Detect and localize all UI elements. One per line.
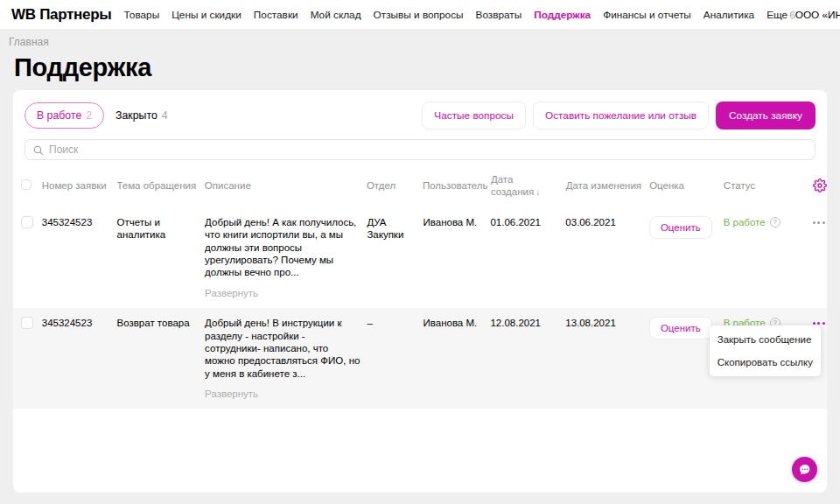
status-text: В работе	[724, 216, 766, 228]
ticket-number: 345324523	[42, 216, 117, 228]
context-menu-copy-link[interactable]: Скопировать ссылку	[710, 351, 821, 374]
nav-item-tovary[interactable]: Товары	[124, 9, 160, 21]
search-icon	[32, 144, 44, 156]
search-box	[24, 139, 816, 160]
top-navbar: WB Партнеры Товары Цены и скидки Поставк…	[0, 0, 840, 29]
header-rating: Оценка	[649, 179, 724, 192]
tab-closed[interactable]: Закрыто 4	[116, 103, 168, 128]
nav-item-postavki[interactable]: Поставки	[254, 9, 298, 21]
tab-in-progress-count: 2	[86, 109, 92, 122]
rate-button[interactable]: Оценить	[649, 317, 712, 340]
nav-item-more[interactable]: Еще6	[766, 9, 795, 21]
rate-button[interactable]: Оценить	[649, 216, 712, 239]
context-menu-close-ticket[interactable]: Закрыть сообщение	[710, 328, 821, 351]
header-created-label: Дата создания	[491, 174, 534, 197]
ticket-description: Добрый день! В инструкции к разделу - на…	[205, 317, 360, 380]
tab-closed-label: Закрыто	[116, 109, 158, 122]
account-name: ООО «ИНТЕРДИЗАЙН»	[795, 9, 840, 21]
nav-item-tseny-i-skidki[interactable]: Цены и скидки	[172, 9, 242, 21]
table-settings-gear-icon[interactable]	[813, 178, 827, 192]
header-status: Статус	[724, 179, 794, 192]
row-checkbox[interactable]	[21, 317, 33, 329]
toolbar-buttons: Частые вопросы Оставить пожелание или от…	[422, 102, 816, 130]
chat-bubble-icon	[798, 463, 812, 477]
row-menu-button[interactable]	[811, 216, 827, 229]
status-help-icon[interactable]: ?	[770, 217, 780, 228]
ticket-created: 12.08.2021	[490, 317, 565, 329]
ticket-department: –	[367, 317, 423, 329]
logo[interactable]: WB Партнеры	[11, 6, 112, 24]
sort-desc-icon: ↓	[536, 187, 540, 197]
ticket-created: 01.06.2021	[490, 216, 565, 228]
expand-link[interactable]: Развернуть	[205, 287, 258, 299]
nav-item-moy-sklad[interactable]: Мой склад	[311, 9, 361, 21]
select-all-checkbox[interactable]	[21, 179, 32, 190]
ticket-number: 345324523	[42, 317, 117, 329]
header-user: Пользователь	[423, 179, 491, 192]
ticket-modified: 13.08.2021	[565, 317, 649, 329]
topbar-right: ООО «ИНТЕРДИЗАЙН» 84 23	[795, 5, 840, 24]
account-switcher[interactable]: ООО «ИНТЕРДИЗАЙН» 84	[795, 9, 840, 21]
toolbar: В работе 2 Закрыто 4 Частые вопросы Оста…	[13, 90, 827, 137]
ticket-user: Иванова М.	[424, 216, 491, 228]
faq-button[interactable]: Частые вопросы	[422, 102, 526, 130]
main-nav: Товары Цены и скидки Поставки Мой склад …	[124, 9, 795, 21]
more-label: Еще	[766, 9, 788, 21]
breadcrumb[interactable]: Главная	[0, 29, 49, 50]
ticket-theme: Отчеты и аналитика	[117, 216, 206, 242]
page-title: Поддержка	[14, 53, 840, 82]
tab-in-progress-label: В работе	[37, 109, 81, 122]
nav-item-vozvraty[interactable]: Возвраты	[476, 9, 522, 21]
nav-item-podderzhka[interactable]: Поддержка	[534, 9, 591, 21]
header-number: Номер заявки	[42, 179, 117, 192]
ticket-description: Добрый день! А как получилось, что книги…	[205, 216, 360, 279]
header-modified: Дата изменения	[566, 179, 650, 192]
ticket-modified: 03.06.2021	[565, 216, 649, 228]
ticket-department: ДУА Закупки	[367, 216, 423, 242]
status-tabs: В работе 2 Закрыто 4	[24, 102, 168, 129]
header-theme: Тема обращения	[116, 179, 204, 192]
tab-closed-count: 4	[162, 109, 168, 122]
ticket-user: Иванова М.	[424, 317, 491, 329]
nav-item-otzyvy-i-voprosy[interactable]: Отзывы и вопросы	[374, 9, 464, 21]
feedback-button[interactable]: Оставить пожелание или отзыв	[533, 102, 709, 130]
tab-in-progress[interactable]: В работе 2	[24, 102, 104, 129]
header-department: Отдел	[367, 179, 423, 192]
nav-item-finansy-i-otchety[interactable]: Финансы и отчеты	[603, 9, 691, 21]
header-created-sort[interactable]: Дата создания↓	[491, 173, 566, 199]
expand-link[interactable]: Развернуть	[205, 388, 258, 400]
row-checkbox[interactable]	[21, 216, 33, 228]
nav-item-analitika[interactable]: Аналитика	[704, 9, 754, 21]
support-chat-button[interactable]	[792, 457, 817, 482]
header-description: Описание	[205, 179, 367, 192]
create-ticket-button[interactable]: Создать заявку	[716, 102, 816, 130]
row-context-menu: Закрыть сообщение Скопировать ссылку	[710, 326, 821, 376]
table-header: Номер заявки Тема обращения Описание Отд…	[13, 169, 827, 207]
search-input[interactable]	[49, 144, 808, 156]
table-row: 345324523 Возврат товара Добрый день! В …	[13, 308, 827, 409]
support-card: В работе 2 Закрыто 4 Частые вопросы Оста…	[13, 90, 827, 493]
ticket-theme: Возврат товара	[117, 317, 206, 329]
table-row: 345324523 Отчеты и аналитика Добрый день…	[13, 207, 827, 308]
